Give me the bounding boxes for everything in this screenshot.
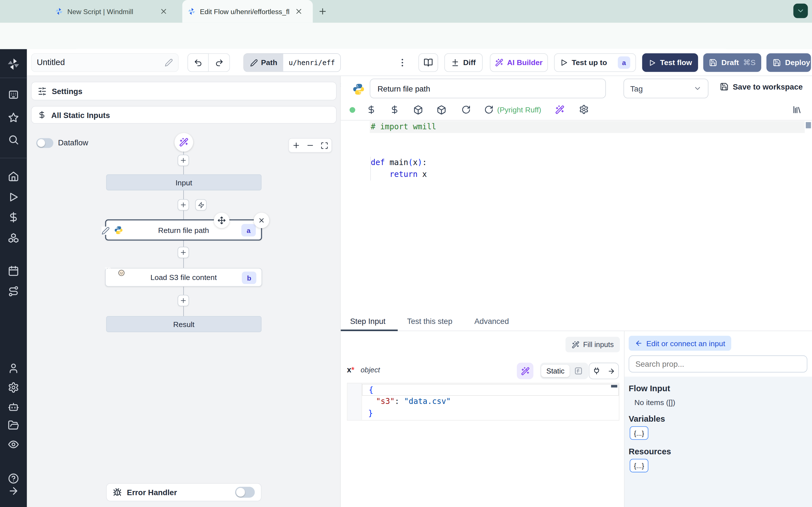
editor-scrollbar[interactable] [806,122,811,128]
json-line: } [362,407,619,419]
delete-node-button[interactable] [254,213,269,228]
add-step-button[interactable] [177,155,189,166]
windmill-logo[interactable] [7,57,20,71]
test-up-to-button[interactable]: Test up to a [554,53,636,72]
flow-input-node[interactable]: Input [106,174,262,190]
path-button[interactable]: Path u/henri/eff [243,53,341,72]
resources-icon[interactable] [390,105,399,114]
variables-braces-button[interactable]: {...} [629,426,648,440]
diff-button[interactable]: Diff [444,53,483,72]
fullscreen-icon[interactable] [320,142,328,149]
tab-step-input[interactable]: Step Input [350,317,386,325]
save-to-workspace-button[interactable]: Save to workspace [720,82,803,91]
dollar-icon [38,111,46,119]
package-icon[interactable] [437,105,446,115]
flow-input-empty: No items ([]) [635,398,675,406]
fill-inputs-button[interactable]: Fill inputs [566,337,620,352]
redo-button[interactable] [209,53,230,72]
save-icon [772,59,781,67]
code-function-name: main [389,158,408,167]
sidebar-item-schedules-icon[interactable] [8,265,19,277]
step-node-a[interactable]: Return file path a [105,219,262,240]
step-name-input[interactable] [370,78,606,98]
add-step-button[interactable] [177,295,189,306]
sidebar-item-folders-icon[interactable] [8,420,19,431]
prop-picker-section: Flow Input No items ([]) Variables {...}… [624,377,812,507]
json-value-editor[interactable]: { "s3": "data.csv" } [347,383,619,420]
variables-icon[interactable] [366,105,376,114]
resources-braces-button[interactable]: {...} [629,459,648,472]
deploy-button[interactable]: Deploy [766,53,811,72]
arrow-right-icon[interactable] [607,367,615,375]
test-flow-button[interactable]: Test flow [642,53,698,72]
path-label-segment[interactable]: Path [244,54,283,71]
sidebar-expand-icon[interactable] [8,485,19,497]
docs-button[interactable] [418,53,438,72]
tab-close-icon[interactable] [295,7,303,15]
sidebar-item-home-icon[interactable] [8,171,19,182]
code-line: return x [371,169,427,180]
draft-button[interactable]: Draft ⌘S [703,53,761,72]
add-trigger-button[interactable] [195,199,206,210]
add-step-button[interactable] [177,199,189,210]
sidebar-item-variables-icon[interactable] [8,212,19,223]
path-value[interactable]: u/henri/eff [283,54,340,71]
library-icon[interactable] [792,105,802,114]
zoom-out-icon[interactable] [306,141,314,149]
undo-button[interactable] [188,53,209,72]
code-editor[interactable]: # import wmill def main(x): return x [341,121,812,313]
static-mode-button[interactable]: Static [541,365,569,377]
ai-fill-button[interactable] [517,363,534,379]
flow-result-node[interactable]: Result [106,316,262,332]
search-prop-input[interactable] [629,355,808,373]
code-paren: ) [417,158,422,167]
tab-close-icon[interactable] [160,7,168,15]
flow-name-input[interactable]: Untitled [31,53,179,72]
sidebar-item-workers-icon[interactable] [8,401,19,412]
browser-tab-active[interactable]: Edit Flow u/henri/effortless_fl [183,0,313,23]
function-mode-icon[interactable] [574,366,583,376]
step-node-b[interactable]: TS Load S3 file content b [105,268,262,286]
json-brace: { [363,385,373,395]
sidebar-item-users-icon[interactable] [8,363,19,374]
sidebar-item-settings-icon[interactable] [8,382,19,393]
flow-settings-button[interactable]: Settings [31,82,337,100]
reload-icon[interactable] [462,105,471,114]
toolbar-kebab-icon[interactable] [397,57,408,68]
error-handler-card[interactable]: Error Handler [106,483,262,501]
sidebar-item-audit-logs-icon[interactable] [8,439,19,450]
tab-advanced[interactable]: Advanced [474,317,509,325]
browser-tab-inactive[interactable]: New Script | Windmill [50,0,178,23]
ai-builder-button[interactable]: AI Builder [490,53,548,72]
sidebar-item-search-icon[interactable] [8,134,19,145]
sidebar-item-runs-icon[interactable] [8,191,19,203]
reload-icon[interactable] [484,105,493,114]
zoom-in-icon[interactable] [292,141,300,149]
ai-flow-builder-button[interactable] [174,133,193,152]
editor-settings-icon[interactable] [579,105,589,114]
ai-assist-icon[interactable] [555,105,564,114]
sidebar-item-favorites-icon[interactable] [8,112,19,123]
bug-icon [113,488,121,497]
package-icon[interactable] [413,105,423,115]
pencil-icon[interactable] [165,59,173,67]
lint-status[interactable]: (Pyright Ruff) [497,106,541,114]
sidebar-item-apps-icon[interactable] [8,89,19,100]
move-node-handle[interactable] [214,213,230,228]
error-handler-toggle[interactable] [235,487,255,498]
new-tab-button[interactable] [318,7,327,16]
tab-test-this-step[interactable]: Test this step [407,317,453,325]
edit-or-connect-button[interactable]: Edit or connect an input [629,336,731,351]
dataflow-toggle[interactable] [36,138,54,148]
plug-icon[interactable] [593,367,601,375]
sidebar-item-resources-icon[interactable] [8,232,19,244]
step-badge[interactable]: a [618,56,630,69]
add-step-button[interactable] [177,247,189,258]
sidebar-item-routes-icon[interactable] [8,286,19,297]
input-node-label: Input [175,178,192,186]
tag-select[interactable]: Tag [623,78,708,98]
sidebar-divider [0,158,27,158]
sidebar-help-icon[interactable] [8,473,19,484]
all-static-inputs-button[interactable]: All Static Inputs [31,106,337,124]
tab-search-button[interactable] [794,4,808,18]
